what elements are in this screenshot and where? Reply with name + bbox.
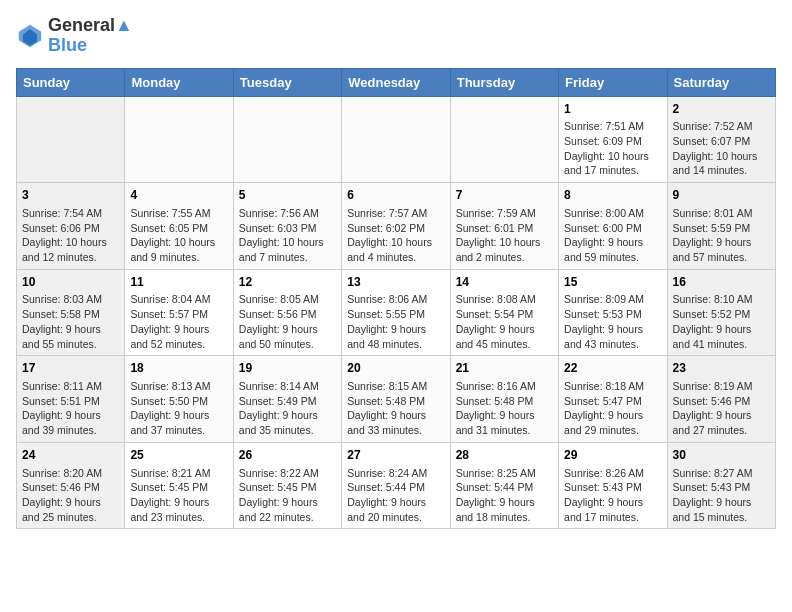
day-cell — [342, 96, 450, 183]
logo-text: General▲ Blue — [48, 16, 133, 56]
day-info: Sunrise: 8:27 AM Sunset: 5:43 PM Dayligh… — [673, 466, 770, 525]
day-info: Sunrise: 7:55 AM Sunset: 6:05 PM Dayligh… — [130, 206, 227, 265]
day-info: Sunrise: 8:21 AM Sunset: 5:45 PM Dayligh… — [130, 466, 227, 525]
day-cell — [233, 96, 341, 183]
day-cell: 8Sunrise: 8:00 AM Sunset: 6:00 PM Daylig… — [559, 183, 667, 270]
week-row-2: 3Sunrise: 7:54 AM Sunset: 6:06 PM Daylig… — [17, 183, 776, 270]
day-cell: 18Sunrise: 8:13 AM Sunset: 5:50 PM Dayli… — [125, 356, 233, 443]
day-number: 19 — [239, 360, 336, 377]
day-cell: 27Sunrise: 8:24 AM Sunset: 5:44 PM Dayli… — [342, 442, 450, 529]
day-cell: 15Sunrise: 8:09 AM Sunset: 5:53 PM Dayli… — [559, 269, 667, 356]
weekday-header-row: SundayMondayTuesdayWednesdayThursdayFrid… — [17, 68, 776, 96]
day-info: Sunrise: 8:18 AM Sunset: 5:47 PM Dayligh… — [564, 379, 661, 438]
day-cell: 2Sunrise: 7:52 AM Sunset: 6:07 PM Daylig… — [667, 96, 775, 183]
day-cell: 30Sunrise: 8:27 AM Sunset: 5:43 PM Dayli… — [667, 442, 775, 529]
day-cell: 12Sunrise: 8:05 AM Sunset: 5:56 PM Dayli… — [233, 269, 341, 356]
day-cell: 6Sunrise: 7:57 AM Sunset: 6:02 PM Daylig… — [342, 183, 450, 270]
day-info: Sunrise: 7:59 AM Sunset: 6:01 PM Dayligh… — [456, 206, 553, 265]
day-cell: 14Sunrise: 8:08 AM Sunset: 5:54 PM Dayli… — [450, 269, 558, 356]
day-info: Sunrise: 8:22 AM Sunset: 5:45 PM Dayligh… — [239, 466, 336, 525]
day-cell: 28Sunrise: 8:25 AM Sunset: 5:44 PM Dayli… — [450, 442, 558, 529]
day-number: 21 — [456, 360, 553, 377]
day-info: Sunrise: 7:52 AM Sunset: 6:07 PM Dayligh… — [673, 119, 770, 178]
day-info: Sunrise: 8:06 AM Sunset: 5:55 PM Dayligh… — [347, 292, 444, 351]
day-info: Sunrise: 7:51 AM Sunset: 6:09 PM Dayligh… — [564, 119, 661, 178]
page-header: General▲ Blue — [16, 16, 776, 56]
day-info: Sunrise: 8:05 AM Sunset: 5:56 PM Dayligh… — [239, 292, 336, 351]
weekday-header-wednesday: Wednesday — [342, 68, 450, 96]
day-cell: 5Sunrise: 7:56 AM Sunset: 6:03 PM Daylig… — [233, 183, 341, 270]
day-info: Sunrise: 8:25 AM Sunset: 5:44 PM Dayligh… — [456, 466, 553, 525]
logo-icon — [16, 22, 44, 50]
day-number: 28 — [456, 447, 553, 464]
day-cell: 11Sunrise: 8:04 AM Sunset: 5:57 PM Dayli… — [125, 269, 233, 356]
day-info: Sunrise: 8:00 AM Sunset: 6:00 PM Dayligh… — [564, 206, 661, 265]
day-info: Sunrise: 7:56 AM Sunset: 6:03 PM Dayligh… — [239, 206, 336, 265]
day-info: Sunrise: 8:03 AM Sunset: 5:58 PM Dayligh… — [22, 292, 119, 351]
logo: General▲ Blue — [16, 16, 133, 56]
day-number: 18 — [130, 360, 227, 377]
day-number: 5 — [239, 187, 336, 204]
day-info: Sunrise: 8:01 AM Sunset: 5:59 PM Dayligh… — [673, 206, 770, 265]
day-number: 6 — [347, 187, 444, 204]
day-number: 10 — [22, 274, 119, 291]
day-info: Sunrise: 8:13 AM Sunset: 5:50 PM Dayligh… — [130, 379, 227, 438]
day-number: 7 — [456, 187, 553, 204]
day-cell: 25Sunrise: 8:21 AM Sunset: 5:45 PM Dayli… — [125, 442, 233, 529]
day-cell: 17Sunrise: 8:11 AM Sunset: 5:51 PM Dayli… — [17, 356, 125, 443]
weekday-header-tuesday: Tuesday — [233, 68, 341, 96]
day-info: Sunrise: 8:14 AM Sunset: 5:49 PM Dayligh… — [239, 379, 336, 438]
day-number: 9 — [673, 187, 770, 204]
day-info: Sunrise: 8:11 AM Sunset: 5:51 PM Dayligh… — [22, 379, 119, 438]
day-number: 29 — [564, 447, 661, 464]
day-number: 17 — [22, 360, 119, 377]
week-row-1: 1Sunrise: 7:51 AM Sunset: 6:09 PM Daylig… — [17, 96, 776, 183]
day-info: Sunrise: 8:26 AM Sunset: 5:43 PM Dayligh… — [564, 466, 661, 525]
weekday-header-thursday: Thursday — [450, 68, 558, 96]
day-number: 20 — [347, 360, 444, 377]
day-number: 15 — [564, 274, 661, 291]
day-cell: 7Sunrise: 7:59 AM Sunset: 6:01 PM Daylig… — [450, 183, 558, 270]
day-cell: 10Sunrise: 8:03 AM Sunset: 5:58 PM Dayli… — [17, 269, 125, 356]
day-info: Sunrise: 8:09 AM Sunset: 5:53 PM Dayligh… — [564, 292, 661, 351]
day-number: 11 — [130, 274, 227, 291]
day-cell: 22Sunrise: 8:18 AM Sunset: 5:47 PM Dayli… — [559, 356, 667, 443]
day-cell — [17, 96, 125, 183]
day-number: 22 — [564, 360, 661, 377]
day-info: Sunrise: 8:10 AM Sunset: 5:52 PM Dayligh… — [673, 292, 770, 351]
day-cell: 23Sunrise: 8:19 AM Sunset: 5:46 PM Dayli… — [667, 356, 775, 443]
day-number: 2 — [673, 101, 770, 118]
day-cell: 20Sunrise: 8:15 AM Sunset: 5:48 PM Dayli… — [342, 356, 450, 443]
day-info: Sunrise: 8:19 AM Sunset: 5:46 PM Dayligh… — [673, 379, 770, 438]
day-cell: 19Sunrise: 8:14 AM Sunset: 5:49 PM Dayli… — [233, 356, 341, 443]
day-number: 1 — [564, 101, 661, 118]
day-number: 12 — [239, 274, 336, 291]
day-number: 25 — [130, 447, 227, 464]
day-info: Sunrise: 8:20 AM Sunset: 5:46 PM Dayligh… — [22, 466, 119, 525]
day-cell: 9Sunrise: 8:01 AM Sunset: 5:59 PM Daylig… — [667, 183, 775, 270]
day-number: 16 — [673, 274, 770, 291]
day-cell: 3Sunrise: 7:54 AM Sunset: 6:06 PM Daylig… — [17, 183, 125, 270]
day-number: 24 — [22, 447, 119, 464]
day-cell: 16Sunrise: 8:10 AM Sunset: 5:52 PM Dayli… — [667, 269, 775, 356]
week-row-3: 10Sunrise: 8:03 AM Sunset: 5:58 PM Dayli… — [17, 269, 776, 356]
day-cell: 13Sunrise: 8:06 AM Sunset: 5:55 PM Dayli… — [342, 269, 450, 356]
calendar-table: SundayMondayTuesdayWednesdayThursdayFrid… — [16, 68, 776, 530]
day-info: Sunrise: 8:24 AM Sunset: 5:44 PM Dayligh… — [347, 466, 444, 525]
day-info: Sunrise: 8:04 AM Sunset: 5:57 PM Dayligh… — [130, 292, 227, 351]
day-cell: 24Sunrise: 8:20 AM Sunset: 5:46 PM Dayli… — [17, 442, 125, 529]
week-row-5: 24Sunrise: 8:20 AM Sunset: 5:46 PM Dayli… — [17, 442, 776, 529]
day-cell: 26Sunrise: 8:22 AM Sunset: 5:45 PM Dayli… — [233, 442, 341, 529]
weekday-header-friday: Friday — [559, 68, 667, 96]
day-number: 26 — [239, 447, 336, 464]
day-cell — [125, 96, 233, 183]
day-number: 4 — [130, 187, 227, 204]
day-number: 8 — [564, 187, 661, 204]
day-number: 27 — [347, 447, 444, 464]
day-cell: 1Sunrise: 7:51 AM Sunset: 6:09 PM Daylig… — [559, 96, 667, 183]
weekday-header-saturday: Saturday — [667, 68, 775, 96]
day-cell — [450, 96, 558, 183]
day-info: Sunrise: 7:57 AM Sunset: 6:02 PM Dayligh… — [347, 206, 444, 265]
day-cell: 29Sunrise: 8:26 AM Sunset: 5:43 PM Dayli… — [559, 442, 667, 529]
day-number: 14 — [456, 274, 553, 291]
